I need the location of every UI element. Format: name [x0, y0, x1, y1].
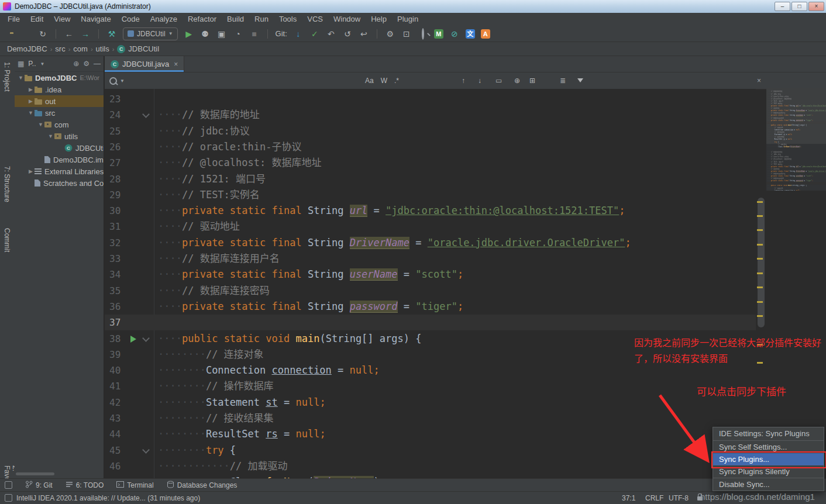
build-icon[interactable]: ⚒ [106, 29, 117, 39]
prev-occurrence-icon[interactable]: ↑ [462, 73, 465, 89]
tree-expander-icon[interactable]: ▼ [47, 133, 54, 139]
hide-panel-icon[interactable]: — [94, 60, 101, 68]
tool-button-9-git[interactable]: 9: Git [25, 481, 53, 490]
tool-button-terminal[interactable]: Terminal [116, 481, 153, 490]
menu-refactor[interactable]: Refactor [183, 13, 222, 26]
caret-position-widget[interactable]: 37:1 [622, 492, 635, 504]
line-number[interactable]: 40 [109, 363, 129, 378]
line-number[interactable]: 27 [109, 155, 129, 171]
forward-icon[interactable]: → [80, 29, 91, 39]
warning-stripe-mark[interactable] [757, 201, 763, 203]
menu-edit[interactable]: Edit [25, 13, 49, 26]
tree-item-jdbcutil[interactable]: CJDBCUtil [15, 142, 104, 154]
fold-icon[interactable] [142, 111, 150, 118]
git-commit-icon[interactable]: ✓ [309, 29, 320, 39]
chevron-down-icon[interactable]: ▼ [40, 61, 44, 67]
maximize-button[interactable]: □ [791, 2, 807, 11]
gear-icon[interactable]: ⚙ [83, 60, 90, 68]
line-number[interactable]: 45 [109, 443, 129, 458]
tree-item-out[interactable]: ▶out [15, 95, 104, 107]
tree-expander-icon[interactable]: ▶ [27, 98, 35, 104]
line-number[interactable]: 23 [109, 91, 129, 107]
tree-item-demojdbc.iml[interactable]: DemoJDBC.iml [15, 154, 104, 165]
project-hscrollbar[interactable] [16, 472, 54, 475]
warning-stripe-mark[interactable] [757, 301, 763, 303]
line-number[interactable]: 36 [109, 299, 129, 315]
warning-stripe-mark[interactable] [757, 244, 763, 246]
breadcrumb-item-demojdbc[interactable]: DemoJDBC [7, 44, 47, 53]
warning-stripe-mark[interactable] [757, 215, 763, 217]
close-button[interactable]: × [808, 2, 824, 11]
fold-icon[interactable] [142, 446, 150, 454]
breadcrumb-item-jdbcutil[interactable]: JDBCUtil [128, 44, 159, 53]
git-history-icon[interactable]: ↺ [342, 29, 353, 39]
menu-tools[interactable]: Tools [274, 13, 302, 26]
close-icon[interactable]: × [174, 60, 178, 68]
line-number[interactable]: 42 [109, 395, 129, 410]
tree-expander-icon[interactable]: ▼ [37, 122, 44, 127]
tool-button-database-changes[interactable]: Database Changes [167, 481, 238, 490]
line-number[interactable]: 31 [109, 219, 129, 234]
git-update-icon[interactable]: ↓ [293, 29, 304, 39]
tool-window-switcher-icon[interactable] [5, 481, 12, 489]
menu-run[interactable]: Run [249, 13, 274, 26]
breadcrumb-item-com[interactable]: com [73, 44, 88, 53]
menu-navigate[interactable]: Navigate [75, 13, 116, 26]
inspector-icon[interactable]: ⊡ [401, 29, 412, 39]
add-occurrence-icon[interactable]: ⊕ [514, 73, 520, 89]
update-icon[interactable] [5, 494, 12, 502]
popup-item-sync-plugins-[interactable]: Sync Plugins... [713, 453, 824, 465]
line-number[interactable]: 28 [109, 171, 129, 187]
line-ending-widget[interactable]: CRLF [645, 492, 663, 504]
close-search-icon[interactable]: × [757, 73, 761, 89]
warning-stripe-mark[interactable] [757, 272, 763, 274]
breadcrumb-item-utils[interactable]: utils [96, 44, 109, 53]
markdown-icon[interactable]: M [434, 29, 443, 39]
stripe-project-button[interactable]: 1: Project [3, 62, 11, 92]
fold-icon[interactable] [142, 334, 150, 342]
sync-icon[interactable]: ↻ [37, 29, 48, 39]
regex-toggle[interactable]: .* [394, 77, 399, 85]
match-case-toggle[interactable]: Aa [365, 77, 374, 85]
tree-expander-icon[interactable]: ▶ [27, 168, 35, 174]
warning-stripe-mark[interactable] [757, 362, 763, 364]
stripe-commit-button[interactable]: Commit [3, 228, 11, 252]
menu-plugin[interactable]: Plugin [392, 13, 424, 26]
encoding-widget[interactable]: UTF-8 [669, 492, 689, 504]
line-number[interactable]: 25 [109, 123, 129, 139]
locate-file-icon[interactable]: ⊕ [73, 60, 79, 68]
popup-item-disable-sync-[interactable]: Disable Sync... [713, 478, 824, 491]
tree-item-demojdbc[interactable]: ▼DemoJDBCE:\Wor [15, 72, 104, 84]
minimap-viewport[interactable] [766, 88, 826, 144]
menu-build[interactable]: Build [222, 13, 249, 26]
line-number[interactable]: 29 [109, 187, 129, 203]
menu-window[interactable]: Window [328, 13, 366, 26]
menu-analyze[interactable]: Analyze [145, 13, 183, 26]
tool-button-6-todo[interactable]: 6: TODO [66, 481, 104, 490]
line-number[interactable]: 47 [109, 474, 129, 478]
tree-item-com[interactable]: ▼com [15, 119, 104, 130]
power-save-icon[interactable]: ⊘ [449, 29, 460, 39]
line-number[interactable]: 41 [109, 378, 129, 394]
filter-icon[interactable] [577, 78, 583, 82]
menu-view[interactable]: View [49, 13, 75, 26]
menu-file[interactable]: File [2, 13, 25, 26]
minimize-button[interactable]: – [775, 2, 790, 11]
warning-stripe-mark[interactable] [757, 229, 763, 231]
tree-item-external libraries[interactable]: ▶External Libraries [15, 165, 104, 177]
minimap[interactable]: 2324····// 数据库的地址25····// jdbc:协议26····/… [766, 88, 826, 191]
search-everywhere-icon[interactable] [418, 29, 428, 39]
tab-jdbcutil[interactable]: C JDBCUtil.java × [105, 56, 184, 72]
breadcrumb-item-src[interactable]: src [55, 44, 65, 53]
tree-expander-icon[interactable]: ▶ [27, 87, 35, 92]
editor-vscrollbar[interactable] [758, 198, 765, 327]
menu-code[interactable]: Code [116, 13, 145, 26]
search-history-icon[interactable]: ▼ [120, 73, 125, 89]
line-number[interactable]: 37 [109, 315, 129, 330]
warning-stripe-mark[interactable] [757, 258, 763, 260]
search-input[interactable] [130, 73, 498, 89]
status-message[interactable]: IntelliJ IDEA 2020.1 available: // Updat… [16, 494, 200, 502]
title-bar[interactable]: DemoJDBC – JDBCUtil.java (Administrator)… [0, 0, 826, 13]
warning-stripe-mark[interactable] [757, 344, 763, 346]
code-editor[interactable]: 2324····// 数据库的地址25····// jdbc:协议26····/… [105, 89, 756, 478]
